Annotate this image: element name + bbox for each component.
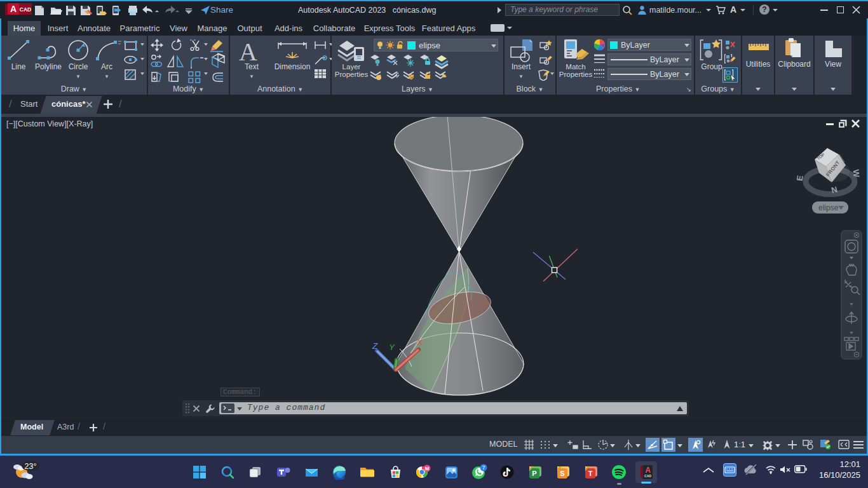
svg-text:Z: Z	[372, 341, 378, 351]
svg-text:CAD: CAD	[20, 6, 31, 13]
svg-text:A: A	[645, 466, 651, 475]
svg-text:T: T	[588, 470, 592, 477]
svg-text:X: X	[416, 337, 423, 347]
svg-text:S: S	[560, 470, 564, 477]
svg-text:A: A	[10, 4, 17, 14]
svg-text:E: E	[795, 175, 805, 182]
svg-text:23°: 23°	[25, 462, 37, 471]
svg-text:W: W	[851, 169, 861, 178]
svg-text:elipse: elipse	[818, 203, 839, 212]
svg-text:Y: Y	[389, 342, 395, 352]
svg-text:P: P	[532, 470, 536, 477]
svg-text:M: M	[425, 466, 430, 471]
svg-text:CAD: CAD	[644, 474, 651, 478]
svg-text:7: 7	[482, 464, 485, 471]
